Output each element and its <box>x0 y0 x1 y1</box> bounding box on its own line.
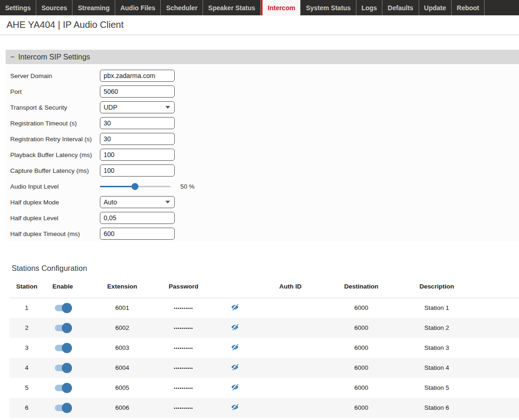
destination-cell: 6000 <box>325 298 397 318</box>
station-row-1: 16001••••••••••6000Station 1 <box>9 298 519 318</box>
sip-panel-header[interactable]: − Intercom SIP Settings <box>6 50 519 64</box>
station-number-cell: 5 <box>9 378 44 398</box>
port-input[interactable] <box>100 85 175 98</box>
eye-off-icon[interactable] <box>230 363 240 371</box>
tab-audio-files[interactable]: Audio Files <box>115 0 161 15</box>
stations-title: Stations Configuration <box>12 264 519 273</box>
chevron-down-icon <box>165 106 170 109</box>
audio-input-level-label: Audio Input Level <box>10 183 100 190</box>
capture-buffer-latency-ms-input[interactable] <box>100 164 175 177</box>
password-mask: •••••••••• <box>174 406 193 411</box>
tab-update[interactable]: Update <box>419 0 452 15</box>
enable-toggle[interactable] <box>55 345 71 351</box>
auth-id-cell <box>256 298 325 318</box>
tab-intercom[interactable]: Intercom <box>261 0 301 15</box>
station-number-cell: 6 <box>9 398 44 418</box>
toggle-knob[interactable] <box>62 303 72 313</box>
tab-speaker-status[interactable]: Speaker Status <box>203 0 261 15</box>
page-title: AHE YA404 | IP Audio Client <box>7 20 124 30</box>
eye-off-icon[interactable] <box>230 403 240 411</box>
description-cell: Station 5 <box>397 378 519 398</box>
password-cell: •••••••••• <box>153 398 214 418</box>
toggle-knob[interactable] <box>62 403 72 413</box>
playback-buffer-latency-ms-label: Playback Buffer Latency (ms) <box>10 151 100 158</box>
description-cell: Station 3 <box>397 338 519 358</box>
registration-retry-interval-s-input[interactable] <box>100 133 175 145</box>
tab-settings[interactable]: Settings <box>0 0 36 15</box>
tab-system-status[interactable]: System Status <box>301 0 356 15</box>
eye-off-icon[interactable] <box>230 343 240 351</box>
password-visibility-cell <box>214 378 256 398</box>
tab-sources[interactable]: Sources <box>36 0 72 15</box>
half-duplex-mode-select[interactable]: Auto <box>100 196 175 208</box>
eye-off-icon[interactable] <box>230 323 240 331</box>
transport-security-select[interactable]: UDP <box>100 101 175 113</box>
password-cell: •••••••••• <box>153 318 214 338</box>
auth-id-cell <box>256 338 325 358</box>
description-cell: Station 6 <box>397 398 519 418</box>
extension-cell: 6005 <box>81 378 153 398</box>
description-cell: Station 4 <box>397 358 519 378</box>
password-visibility-cell <box>214 358 256 378</box>
station-row-3: 36003••••••••••6000Station 3 <box>9 338 519 358</box>
audio-input-level-slider[interactable] <box>100 183 171 190</box>
playback-buffer-latency-ms-input[interactable] <box>100 149 175 161</box>
server-domain-label: Server Domain <box>10 72 100 79</box>
registration-timeout-s-label: Registration Timeout (s) <box>10 120 100 127</box>
enable-toggle[interactable] <box>55 385 71 391</box>
toggle-knob[interactable] <box>62 363 72 373</box>
eye-off-icon[interactable] <box>230 383 240 391</box>
destination-cell: 6000 <box>325 358 397 378</box>
half-duplex-level-input[interactable] <box>100 212 175 224</box>
password-visibility-cell <box>214 398 256 418</box>
password-cell: •••••••••• <box>153 338 214 358</box>
station-number-cell: 3 <box>9 338 44 358</box>
tab-reboot[interactable]: Reboot <box>452 0 485 15</box>
password-visibility-cell <box>214 298 256 318</box>
password-mask: •••••••••• <box>174 326 193 331</box>
station-number-cell: 4 <box>9 358 44 378</box>
destination-cell: 6000 <box>325 398 397 418</box>
extension-cell: 6001 <box>81 298 153 318</box>
password-visibility-cell <box>214 318 256 338</box>
tab-scheduler[interactable]: Scheduler <box>161 0 203 15</box>
password-cell: •••••••••• <box>153 298 214 318</box>
minus-icon[interactable]: − <box>10 53 14 61</box>
transport-security-select-value: UDP <box>104 104 118 111</box>
capture-buffer-latency-ms-label: Capture Buffer Latency (ms) <box>10 167 100 174</box>
toggle-knob[interactable] <box>62 383 72 393</box>
password-visibility-cell <box>214 338 256 358</box>
station-number-cell: 1 <box>9 298 44 318</box>
sip-panel-body: Server DomainPortTransport & SecurityUDP… <box>6 64 519 242</box>
enable-toggle[interactable] <box>55 305 71 311</box>
tab-streaming[interactable]: Streaming <box>72 0 115 15</box>
half-duplex-timeout-ms-input[interactable] <box>100 228 175 240</box>
enable-toggle[interactable] <box>55 405 71 411</box>
enable-toggle[interactable] <box>55 365 71 371</box>
half-duplex-mode-select-value: Auto <box>104 198 117 206</box>
half-duplex-level-label: Half duplex Level <box>10 215 100 222</box>
tab-logs[interactable]: Logs <box>356 0 382 15</box>
auth-id-cell <box>256 358 325 378</box>
port-row: Port <box>10 84 519 99</box>
audio-input-level-slider-thumb[interactable] <box>131 183 138 190</box>
eye-off-icon[interactable] <box>230 303 240 311</box>
half-duplex-timeout-ms-row: Half duplex Timeout (ms) <box>10 226 519 242</box>
password-mask: •••••••••• <box>174 306 193 311</box>
tab-defaults[interactable]: Defaults <box>382 0 419 15</box>
password-mask: •••••••••• <box>174 386 193 391</box>
extension-cell: 6002 <box>81 318 153 338</box>
toggle-knob[interactable] <box>62 323 72 333</box>
extension-cell: 6006 <box>81 398 153 418</box>
enable-cell <box>44 318 81 338</box>
toggle-knob[interactable] <box>62 343 72 353</box>
transport-security-row: Transport & SecurityUDP <box>10 99 519 115</box>
destination-cell: 6000 <box>325 318 397 338</box>
enable-toggle[interactable] <box>55 325 71 331</box>
server-domain-row: Server Domain <box>10 68 519 84</box>
server-domain-input[interactable] <box>100 70 175 82</box>
password-mask: •••••••••• <box>174 346 193 351</box>
registration-timeout-s-input[interactable] <box>100 117 175 129</box>
audio-input-level-value: 50 % <box>180 183 195 190</box>
half-duplex-level-row: Half duplex Level <box>10 210 519 226</box>
